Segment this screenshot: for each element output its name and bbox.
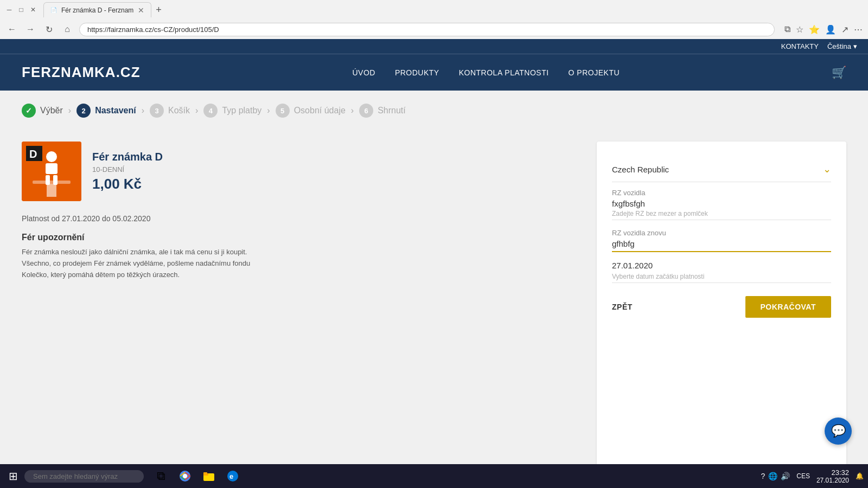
step-4-label: Typ platby xyxy=(222,106,261,115)
share-icon[interactable]: ↗ xyxy=(841,24,848,35)
step-arrow-4: › xyxy=(267,106,270,115)
refresh-button[interactable]: ↻ xyxy=(42,23,55,36)
nav-produkty[interactable]: PRODUKTY xyxy=(395,68,439,77)
nav-o-projektu[interactable]: O PROJEKTU xyxy=(569,68,620,77)
bookmark-icon[interactable]: ☆ xyxy=(796,24,803,35)
cart-icon[interactable]: 🛒 xyxy=(832,66,846,80)
maximize-button[interactable]: □ xyxy=(17,6,25,14)
product-info: Fér známka D 10-DENNÍ 1,00 Kč xyxy=(92,151,163,192)
browser-chrome: ─ □ ✕ 📄 Fér známka D - Ferznam ✕ + ← → ↻… xyxy=(0,0,868,39)
step-2-label: Nastavení xyxy=(95,106,136,115)
kontakty-link[interactable]: KONTAKTY xyxy=(781,42,819,50)
chevron-down-icon: ⌄ xyxy=(823,163,831,175)
steps-breadcrumb: ✓ Výběr › 2 Nastavení › 3 Košík › 4 Typ … xyxy=(0,91,868,131)
taskbar: ⊞ ⧉ e ? xyxy=(0,464,868,488)
notification-icon[interactable]: 🔔 xyxy=(856,472,864,480)
taskbar-edge[interactable]: e xyxy=(222,465,244,487)
nav-uvod[interactable]: ÚVOD xyxy=(352,68,375,77)
content-area: D Fér známka D 10-DEN xyxy=(0,131,868,470)
step-arrow-5: › xyxy=(351,106,354,115)
form-panel: Czech Republic ⌄ RZ vozidla Zadejte RZ b… xyxy=(597,142,846,470)
step-shrnuti[interactable]: 6 Shrnutí xyxy=(359,104,406,118)
continue-button[interactable]: POKRAČOVAT xyxy=(745,296,831,318)
chrome-icon xyxy=(179,470,191,482)
nav-kontrola-platnosti[interactable]: KONTROLA PLATNOSTI xyxy=(459,68,549,77)
step-6-number: 6 xyxy=(359,104,373,118)
taskbar-search-input[interactable] xyxy=(24,470,144,483)
step-3-number: 3 xyxy=(150,104,164,118)
main-header: FERZNAMKA.CZ ÚVOD PRODUKTY KONTROLA PLAT… xyxy=(0,54,868,91)
taskbar-date: 27.01.2020 xyxy=(816,477,849,484)
step-nastaveni[interactable]: 2 Nastavení xyxy=(76,104,136,118)
title-bar: ─ □ ✕ 📄 Fér známka D - Ferznam ✕ + xyxy=(0,0,868,20)
taskbar-right: ? 🌐 🔊 CES 23:32 27.01.2020 🔔 xyxy=(761,468,864,484)
site-logo[interactable]: FERZNAMKA.CZ xyxy=(22,64,141,81)
taskbar-chrome[interactable] xyxy=(174,465,196,487)
forward-button[interactable]: → xyxy=(24,23,37,36)
back-button[interactable]: ← xyxy=(5,23,18,36)
step-5-number: 5 xyxy=(276,104,290,118)
volume-icon[interactable]: 🔊 xyxy=(781,472,790,480)
product-svg: D xyxy=(22,142,81,201)
lang-chevron-icon: ▾ xyxy=(853,42,857,50)
split-screen-icon[interactable]: ⧉ xyxy=(784,24,790,35)
tab-close-button[interactable]: ✕ xyxy=(138,6,144,15)
step-3-label: Košík xyxy=(168,106,190,115)
tab-title: Fér známka D - Ferznam xyxy=(61,7,133,14)
svg-rect-4 xyxy=(46,163,58,174)
rz-field: RZ vozidla Zadejte RZ bez mezer a pomlče… xyxy=(612,182,831,220)
more-icon[interactable]: ⋯ xyxy=(854,24,863,35)
step-4-number: 4 xyxy=(203,104,218,118)
rz-input[interactable] xyxy=(612,199,831,208)
taskbar-clock[interactable]: 23:32 27.01.2020 xyxy=(816,468,849,484)
taskbar-task-view[interactable]: ⧉ xyxy=(150,465,172,487)
favorites-icon[interactable]: ⭐ xyxy=(809,24,820,35)
system-icons: ? 🌐 🔊 xyxy=(761,472,790,480)
date-input[interactable] xyxy=(612,261,831,270)
profile-icon[interactable]: 👤 xyxy=(825,24,836,35)
step-vybr[interactable]: ✓ Výběr xyxy=(22,104,63,118)
country-value: Czech Republic xyxy=(612,165,669,174)
taskbar-explorer[interactable] xyxy=(198,465,220,487)
home-button[interactable]: ⌂ xyxy=(61,23,74,36)
product-name: Fér známka D xyxy=(92,151,163,163)
network-icon[interactable]: 🌐 xyxy=(768,472,777,480)
step-kosik[interactable]: 3 Košík xyxy=(150,104,190,118)
taskbar-time: 23:32 xyxy=(816,468,849,477)
product-row: D Fér známka D 10-DEN xyxy=(22,142,575,201)
website: KONTAKTY Čeština ▾ FERZNAMKA.CZ ÚVOD PRO… xyxy=(0,39,868,470)
step-osobni-udaje[interactable]: 5 Osobní údaje xyxy=(276,104,346,118)
close-button[interactable]: ✕ xyxy=(29,6,37,14)
active-tab[interactable]: 📄 Fér známka D - Ferznam ✕ xyxy=(43,2,151,17)
chat-bubble[interactable]: 💬 xyxy=(825,418,852,445)
country-selector[interactable]: Czech Republic ⌄ xyxy=(612,157,831,182)
step-6-label: Shrnutí xyxy=(378,106,406,115)
back-button[interactable]: ZPĚT xyxy=(612,303,633,311)
product-price: 1,00 Kč xyxy=(92,176,163,192)
date-label: Vyberte datum začátku platnosti xyxy=(612,273,831,280)
url-text: https://fairznamka.cz/cs-CZ/product/105/… xyxy=(87,25,219,34)
rz-confirm-input[interactable] xyxy=(612,239,831,248)
address-bar: ← → ↻ ⌂ https://fairznamka.cz/cs-CZ/prod… xyxy=(0,20,868,39)
main-nav: ÚVOD PRODUKTY KONTROLA PLATNOSTI O PROJE… xyxy=(352,68,620,77)
language-label: Čeština xyxy=(827,42,851,50)
start-button[interactable]: ⊞ xyxy=(4,467,22,485)
language-selector[interactable]: Čeština ▾ xyxy=(827,42,857,50)
step-typ-platby[interactable]: 4 Typ platby xyxy=(203,104,261,118)
url-bar[interactable]: https://fairznamka.cz/cs-CZ/product/105/… xyxy=(79,23,775,36)
left-panel: D Fér známka D 10-DEN xyxy=(22,142,575,470)
svg-point-3 xyxy=(46,151,57,162)
step-arrow-3: › xyxy=(195,106,198,115)
minimize-button[interactable]: ─ xyxy=(5,6,13,14)
step-1-number: ✓ xyxy=(22,104,36,118)
validity-text: Platnost od 27.01.2020 do 05.02.2020 xyxy=(22,214,575,223)
rz-label: RZ vozidla xyxy=(612,189,831,197)
taskbar-apps: ⧉ e xyxy=(150,465,244,487)
date-field: Vyberte datum začátku platnosti xyxy=(612,254,831,283)
form-buttons: ZPĚT POKRAČOVAT xyxy=(612,296,831,318)
help-icon[interactable]: ? xyxy=(761,472,765,480)
warning-text: Fér známka neslouží jako dálniční známka… xyxy=(22,247,255,280)
window-controls: ─ □ ✕ xyxy=(5,6,37,14)
new-tab-button[interactable]: + xyxy=(151,4,166,16)
rz-hint: Zadejte RZ bez mezer a pomlček xyxy=(612,210,831,217)
